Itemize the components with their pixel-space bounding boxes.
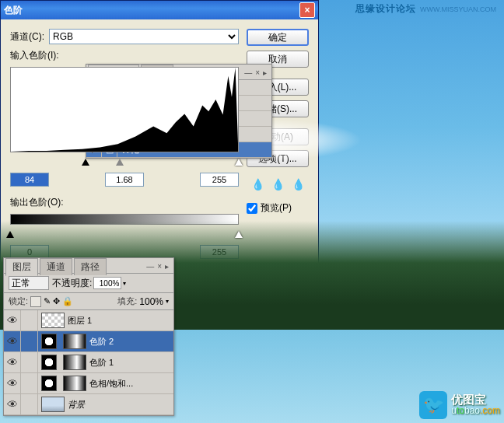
lock-all-icon[interactable]: 🔒 — [62, 296, 73, 306]
layer-tools-row: 正常 不透明度: 100% ▾ — [4, 274, 173, 293]
panel-minimize-icon[interactable]: — — [244, 68, 252, 77]
watermark-top: 思缘设计论坛 WWW.MISSYUAN.COM — [355, 2, 496, 16]
visibility-icon[interactable]: 👁 — [4, 352, 21, 372]
lock-row: 锁定: ✎ ✥ 🔒 填充: 100% ▾ — [4, 293, 173, 310]
channel-select[interactable]: RGB — [49, 29, 239, 44]
layer-row[interactable]: 👁 色阶 2 — [4, 331, 173, 352]
layer-name: 色阶 1 — [89, 357, 114, 369]
layer-row[interactable]: 👁 图层 1 — [4, 310, 173, 331]
channel-label: 通道(C): — [10, 30, 44, 44]
move-icon[interactable]: ✥ — [53, 296, 60, 306]
brush-icon[interactable]: ✎ — [44, 296, 51, 306]
output-slider[interactable] — [10, 231, 239, 240]
visibility-icon[interactable]: 👁 — [4, 331, 21, 351]
link-cell[interactable] — [21, 310, 38, 330]
fill-input[interactable]: 100% — [139, 296, 163, 307]
visibility-icon[interactable]: 👁 — [4, 394, 21, 414]
black-point-slider[interactable] — [82, 159, 89, 166]
bird-icon: 🐦 — [419, 391, 447, 419]
layer-list: 👁 图层 1👁 色阶 2👁 色阶 1👁 色相/饱和...👁 背景 — [4, 310, 173, 415]
adjustment-icon — [41, 376, 57, 391]
ok-button[interactable]: 确定 — [247, 29, 309, 46]
close-icon[interactable]: × — [299, 2, 315, 18]
layers-panel: 图层 通道 路径 — × ▸ 正常 不透明度: 100% ▾ 锁定: ✎ ✥ 🔒… — [3, 257, 174, 416]
link-cell[interactable] — [21, 394, 38, 414]
dialog-title: 色阶 — [4, 4, 23, 17]
link-cell[interactable] — [21, 373, 38, 393]
layer-name: 色阶 2 — [89, 336, 114, 348]
panel-close-icon[interactable]: × — [255, 68, 260, 77]
layer-name: 背景 — [68, 399, 85, 411]
svg-marker-0 — [11, 68, 238, 152]
mask-thumbnail — [63, 355, 86, 370]
layers-tabs: 图层 通道 路径 — × ▸ — [4, 258, 173, 274]
tab-channels[interactable]: 通道 — [40, 258, 72, 275]
mask-thumbnail — [63, 334, 86, 349]
chevron-down-icon[interactable]: ▾ — [123, 280, 126, 287]
layer-name: 色相/饱和... — [89, 378, 133, 390]
white-point-slider[interactable] — [235, 159, 243, 166]
tab-layers[interactable]: 图层 — [5, 258, 38, 276]
opacity-label: 不透明度: — [52, 277, 92, 290]
preview-label: 预览(P) — [261, 201, 292, 215]
layer-thumbnail — [41, 313, 65, 328]
layer-row[interactable]: 👁 色阶 1 — [4, 352, 173, 373]
opacity-input[interactable]: 100% — [93, 277, 121, 289]
layer-name: 图层 1 — [68, 315, 92, 327]
adjustment-icon — [41, 355, 57, 370]
preview-checkbox[interactable] — [247, 203, 257, 214]
layer-row[interactable]: 👁 背景 — [4, 394, 173, 415]
link-cell[interactable] — [21, 352, 38, 372]
adjustment-icon — [41, 334, 57, 349]
input-levels-label: 输入色阶(I): — [10, 49, 239, 62]
panel-menu-icon[interactable]: ▸ — [263, 68, 267, 77]
panel-menu-icon[interactable]: ▸ — [165, 262, 169, 271]
fill-label: 填充: — [117, 295, 137, 307]
gamma-slider[interactable] — [116, 159, 124, 166]
panel-close-icon[interactable]: × — [157, 262, 162, 271]
panel-minimize-icon[interactable]: — — [146, 262, 154, 271]
link-cell[interactable] — [21, 331, 38, 351]
chevron-down-icon[interactable]: ▾ — [166, 298, 169, 305]
output-levels-label: 输出色阶(O): — [10, 196, 239, 209]
mask-thumbnail — [63, 376, 86, 391]
blend-mode-select[interactable]: 正常 — [9, 276, 49, 290]
output-white-slider[interactable] — [235, 231, 243, 238]
layer-row[interactable]: 👁 色相/饱和... — [4, 373, 173, 394]
input-slider[interactable] — [10, 159, 239, 168]
output-black-slider[interactable] — [6, 231, 14, 238]
lock-transparency-icon[interactable] — [30, 296, 41, 307]
watermark-bottom: 🐦 优图宝 utobao.com — [419, 391, 500, 419]
levels-titlebar[interactable]: 色阶 × — [1, 1, 318, 19]
layer-thumbnail — [41, 397, 65, 412]
visibility-icon[interactable]: 👁 — [4, 373, 21, 393]
histogram — [10, 67, 239, 152]
visibility-icon[interactable]: 👁 — [4, 310, 21, 330]
tab-paths[interactable]: 路径 — [74, 258, 107, 275]
lock-label: 锁定: — [9, 295, 28, 307]
